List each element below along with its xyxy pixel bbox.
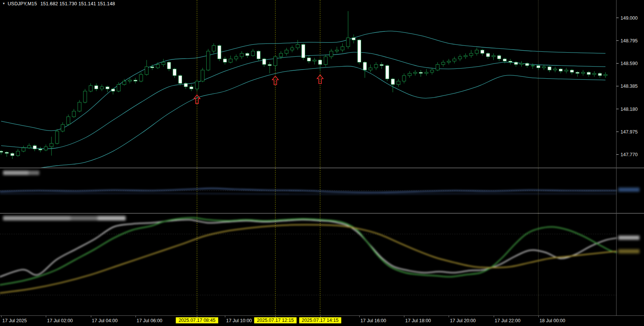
- candle-body: [234, 57, 238, 59]
- candle-body: [100, 87, 104, 89]
- time-tick: [538, 316, 539, 317]
- symbol-period-label: USDJPY,M15: [8, 1, 37, 6]
- candle-body: [335, 50, 338, 51]
- indicator-pane-1[interactable]: [0, 168, 644, 213]
- candle-body: [139, 75, 143, 81]
- bollinger-lower: [1, 66, 605, 168]
- candle-body: [151, 67, 154, 68]
- candle-body: [554, 69, 557, 70]
- buy-signal-arrows: [194, 75, 323, 104]
- indicator2-value-redacted: [618, 249, 639, 253]
- candle-body: [593, 73, 596, 75]
- indicator-line: [0, 225, 616, 293]
- candle-body: [397, 81, 400, 85]
- time-tick: [1, 316, 2, 317]
- candle-body: [357, 40, 361, 62]
- indicator-line: [0, 220, 616, 277]
- indicator1-plot[interactable]: [0, 168, 644, 213]
- candle-body: [95, 85, 98, 89]
- chart-title: ▼USDJPY,M15151.682 151.730 151.141 151.1…: [2, 1, 115, 6]
- time-axis[interactable]: 17 Jul 202517 Jul 02:0017 Jul 04:0017 Ju…: [0, 315, 644, 326]
- price-label: 148.180: [621, 107, 638, 112]
- candles-group: [0, 11, 607, 159]
- vertical-markers: [197, 214, 538, 315]
- time-tick: [449, 316, 449, 317]
- candle-body: [313, 60, 316, 61]
- candle-body: [218, 46, 221, 59]
- candle-body: [61, 124, 64, 131]
- candle-body: [582, 72, 585, 73]
- candle-body: [402, 76, 406, 81]
- candle-body: [229, 59, 232, 62]
- candle-body: [251, 51, 255, 56]
- time-tick: [225, 316, 225, 317]
- indicator2-plot[interactable]: [0, 214, 644, 315]
- candle-body: [346, 38, 350, 47]
- symbol-dropdown-icon[interactable]: ▼: [2, 2, 5, 5]
- candle-body: [268, 65, 271, 66]
- candle-body: [385, 65, 389, 79]
- candle-body: [559, 69, 563, 71]
- candle-body: [67, 117, 70, 125]
- price-label: 147.975: [621, 129, 638, 135]
- candle-body: [503, 59, 507, 61]
- candle-body: [341, 47, 344, 50]
- time-label: 17 Jul 2025: [2, 318, 27, 323]
- price-label: 148.590: [621, 61, 638, 66]
- candle-body: [55, 131, 59, 143]
- signal-time-label: 2025.07.17 12:15: [254, 317, 296, 323]
- candle-body: [240, 53, 243, 57]
- candle-body: [380, 65, 384, 66]
- candle-body: [497, 56, 501, 59]
- candle-body: [123, 81, 126, 85]
- candle-body: [318, 60, 322, 65]
- time-label: 17 Jul 16:00: [360, 318, 386, 323]
- candle-body: [324, 57, 327, 65]
- candle-body: [486, 53, 490, 57]
- indicator-pane-2[interactable]: [0, 214, 644, 315]
- candle-body: [525, 64, 529, 66]
- time-label: 17 Jul 06:00: [137, 318, 162, 323]
- candle-body: [363, 62, 366, 70]
- price-label: 149.000: [621, 16, 638, 21]
- candle-body: [106, 87, 109, 89]
- candle-body: [5, 152, 8, 154]
- candle-body: [246, 53, 249, 56]
- candle-body: [50, 143, 53, 147]
- candle-body: [430, 70, 434, 72]
- candle-body: [464, 56, 467, 57]
- candle-body: [134, 80, 137, 81]
- candle-body: [413, 72, 417, 73]
- candle-body: [469, 53, 473, 56]
- candle-body: [22, 148, 25, 151]
- quote-ohlc-label: 151.682 151.730 151.141 151.148: [41, 1, 115, 6]
- candle-body: [302, 45, 305, 58]
- candle-body: [369, 68, 372, 70]
- candle-body: [162, 62, 165, 65]
- candle-body: [179, 76, 182, 84]
- bollinger-middle: [1, 52, 605, 149]
- price-label: 148.795: [621, 38, 638, 43]
- signal-time-label: 2025.07.17 14:15: [299, 317, 341, 323]
- candlestick-chart[interactable]: 149.000148.795148.590148.385148.180147.9…: [0, 0, 644, 168]
- candle-body: [536, 65, 540, 68]
- candle-body: [514, 62, 518, 65]
- time-tick: [404, 316, 404, 317]
- candle-body: [33, 146, 36, 149]
- indicator-line: [0, 188, 616, 192]
- vertical-markers: [197, 0, 538, 168]
- price-scale[interactable]: 149.000148.795148.590148.385148.180147.9…: [616, 0, 638, 168]
- main-chart-pane[interactable]: 149.000148.795148.590148.385148.180147.9…: [0, 0, 644, 168]
- time-tick: [359, 316, 360, 317]
- candle-body: [44, 147, 48, 150]
- candle-body: [453, 59, 456, 61]
- candle-body: [16, 151, 20, 156]
- candle-body: [587, 72, 590, 75]
- candle-body: [542, 67, 546, 68]
- time-label: 17 Jul 10:00: [226, 318, 252, 323]
- time-label: 17 Jul 20:00: [450, 318, 476, 323]
- candle-body: [447, 61, 451, 62]
- candle-body: [425, 72, 428, 73]
- signal-time-label: 2025.07.17 08:45: [176, 317, 218, 323]
- candle-body: [436, 65, 439, 70]
